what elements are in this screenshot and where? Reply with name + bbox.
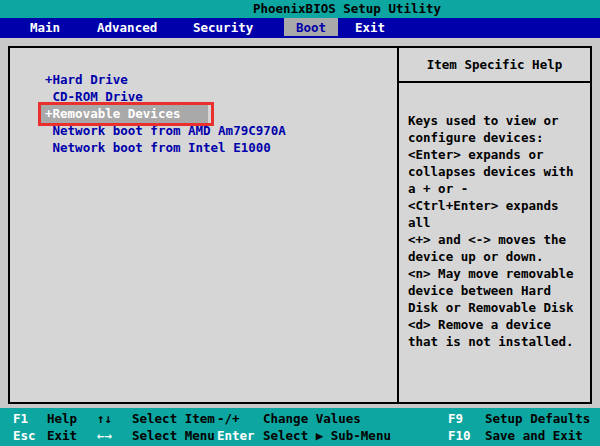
boot-row: Network boot from AMD Am79C970A bbox=[45, 122, 286, 139]
key-action-enter: Select ▶ Sub-Menu bbox=[263, 427, 391, 444]
key-bar: F1Help↑↓Select Item-/+Change ValuesF9Set… bbox=[0, 408, 600, 446]
boot-row: +Removable Devices bbox=[45, 105, 286, 122]
help-panel-header: Item Specific Help bbox=[399, 48, 590, 83]
key-f9: F9 bbox=[448, 410, 463, 427]
tab-security[interactable]: Security bbox=[193, 18, 253, 37]
boot-item[interactable]: CD-ROM Drive bbox=[45, 89, 143, 104]
menu-bar: MainAdvancedSecurityBootExit bbox=[0, 18, 600, 38]
help-text: Keys used to view orconfigure devices:<E… bbox=[408, 112, 586, 350]
help-line: configure devices: bbox=[408, 129, 586, 146]
key-f1: F1 bbox=[13, 410, 28, 427]
bios-setup-screen: PhoenixBIOS Setup Utility MainAdvancedSe… bbox=[0, 0, 600, 446]
tab-main[interactable]: Main bbox=[30, 18, 60, 37]
key-action-f1: Help bbox=[47, 410, 77, 427]
boot-row: Network boot from Intel E1000 bbox=[45, 139, 286, 156]
key-action-up-down: Select Item bbox=[132, 410, 215, 427]
boot-device-list: +Hard Drive CD-ROM Drive+Removable Devic… bbox=[45, 71, 286, 156]
help-line: device between Hard bbox=[408, 282, 586, 299]
tab-boot[interactable]: Boot bbox=[284, 18, 338, 36]
help-line: device up or down. bbox=[408, 248, 586, 265]
key-action-minus-plus: Change Values bbox=[263, 410, 361, 427]
help-line: Keys used to view or bbox=[408, 112, 586, 129]
key-enter: Enter bbox=[217, 427, 255, 444]
boot-row: +Hard Drive bbox=[45, 71, 286, 88]
help-line: <Ctrl+Enter> expands bbox=[408, 197, 586, 214]
key-up-down: ↑↓ bbox=[97, 410, 112, 427]
key-action-f9: Setup Defaults bbox=[485, 410, 590, 427]
help-line: <Enter> expands or bbox=[408, 146, 586, 163]
boot-row: CD-ROM Drive bbox=[45, 88, 286, 105]
key-action-left-right: Select Menu bbox=[132, 427, 215, 444]
boot-item[interactable]: +Hard Drive bbox=[45, 72, 128, 87]
key-esc: Esc bbox=[13, 427, 36, 444]
content-frame: +Hard Drive CD-ROM Drive+Removable Devic… bbox=[8, 46, 592, 404]
help-line: a + or - bbox=[408, 180, 586, 197]
key-left-right: ←→ bbox=[97, 427, 112, 444]
help-line: Disk or Removable Disk bbox=[408, 299, 586, 316]
panel-divider bbox=[397, 48, 399, 402]
help-panel-title: Item Specific Help bbox=[427, 57, 562, 72]
boot-item[interactable]: Network boot from Intel E1000 bbox=[45, 140, 271, 155]
title-bar: PhoenixBIOS Setup Utility bbox=[0, 0, 600, 18]
help-line: that is not installed. bbox=[408, 333, 586, 350]
app-title: PhoenixBIOS Setup Utility bbox=[253, 1, 441, 16]
key-action-f10: Save and Exit bbox=[485, 427, 583, 444]
tab-exit[interactable]: Exit bbox=[355, 18, 385, 37]
key-minus-plus: -/+ bbox=[217, 410, 240, 427]
help-line: <+> and <-> moves the bbox=[408, 231, 586, 248]
help-line: all bbox=[408, 214, 586, 231]
key-action-esc: Exit bbox=[47, 427, 77, 444]
tab-advanced[interactable]: Advanced bbox=[97, 18, 157, 37]
boot-item[interactable]: Network boot from AMD Am79C970A bbox=[45, 123, 286, 138]
boot-item-selected[interactable]: +Removable Devices bbox=[41, 105, 208, 123]
help-line: <d> Remove a device bbox=[408, 316, 586, 333]
help-line: <n> May move removable bbox=[408, 265, 586, 282]
key-f10: F10 bbox=[448, 427, 471, 444]
help-line: collapses devices with bbox=[408, 163, 586, 180]
